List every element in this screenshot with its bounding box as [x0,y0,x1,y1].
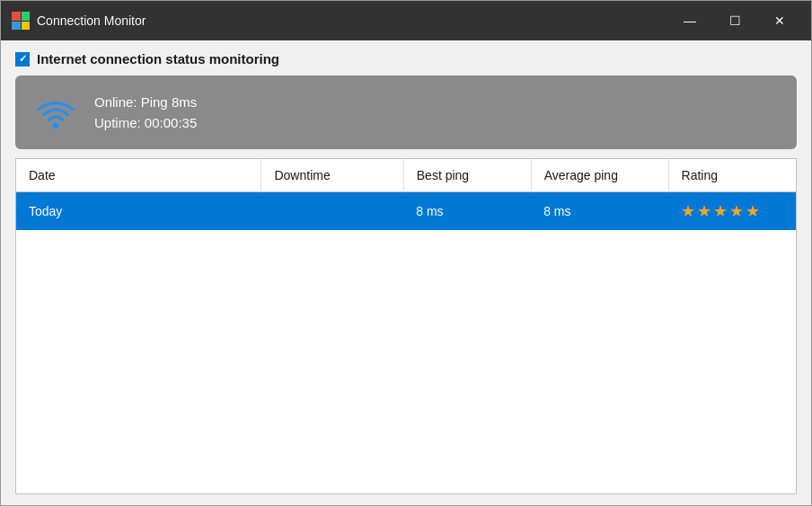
star-icon: ★ [681,201,695,221]
star-icon: ★ [729,201,744,221]
titlebar: Connection Monitor — ☐ ✕ [1,1,811,40]
col-header-avgping: Average ping [531,159,668,192]
star-icon: ★ [746,201,760,221]
cell-date: Today [16,192,261,231]
table-row[interactable]: Today8 ms8 ms★★★★★ [16,192,796,231]
cell-bestping: 8 ms [403,192,531,231]
table-body: Today8 ms8 ms★★★★★ [16,192,796,231]
cell-downtime [261,192,403,231]
star-icon: ★ [697,201,711,221]
monitoring-checkbox[interactable] [15,52,30,67]
window-title: Connection Monitor [37,13,669,28]
window-controls: — ☐ ✕ [669,7,800,34]
close-button[interactable]: ✕ [759,7,800,34]
status-info: Online: Ping 8ms Uptime: 00:00:35 [94,94,197,130]
status-card: Online: Ping 8ms Uptime: 00:00:35 [15,75,797,149]
col-header-rating: Rating [668,159,796,192]
uptime-status: Uptime: 00:00:35 [94,115,197,130]
minimize-button[interactable]: — [669,7,710,34]
col-header-downtime: Downtime [261,159,403,192]
table-header-row: Date Downtime Best ping Average ping Rat… [16,159,796,192]
cell-rating: ★★★★★ [668,192,796,231]
star-icon: ★ [713,201,728,221]
monitoring-label: Internet connection status monitoring [37,51,279,67]
app-icon [12,12,30,30]
content-area: Internet connection status monitoring [1,40,811,505]
data-table: Date Downtime Best ping Average ping Rat… [16,159,796,230]
wifi-icon [31,88,80,137]
data-table-container: Date Downtime Best ping Average ping Rat… [15,158,797,494]
svg-point-0 [53,123,59,129]
maximize-button[interactable]: ☐ [714,7,755,34]
col-header-bestping: Best ping [403,159,531,192]
col-header-date: Date [16,159,261,192]
monitoring-checkbox-row[interactable]: Internet connection status monitoring [15,51,797,67]
cell-avgping: 8 ms [531,192,668,231]
online-status: Online: Ping 8ms [94,94,197,110]
main-window: Connection Monitor — ☐ ✕ Internet connec… [0,0,812,506]
